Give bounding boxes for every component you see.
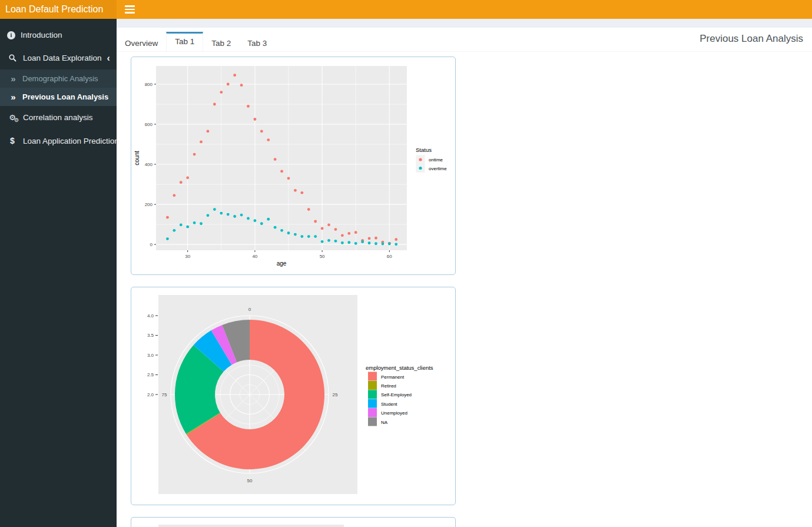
svg-text:Permanent: Permanent	[381, 374, 405, 380]
svg-text:800: 800	[145, 82, 153, 87]
content-area: OverviewTab 1Tab 2Tab 3 Previous Loan An…	[117, 19, 812, 527]
svg-text:3.5: 3.5	[147, 333, 154, 338]
third-plot-panel	[158, 525, 344, 527]
sidebar-item-label: Demographic Analysis	[22, 74, 98, 83]
header: Loan Default Prediction	[0, 0, 812, 19]
svg-text:Unemployed: Unemployed	[381, 410, 407, 416]
sidebar-item-introduction[interactable]: iIntroduction	[0, 24, 117, 47]
svg-text:4.0: 4.0	[147, 313, 154, 319]
svg-text:ontime: ontime	[429, 157, 443, 163]
sidebar-item-loan-data-exploration[interactable]: Loan Data Exploration‹	[0, 47, 117, 69]
app-logo[interactable]: Loan Default Prediction	[0, 0, 117, 19]
svg-text:0: 0	[248, 307, 251, 312]
sidebar-item-label: Previous Loan Analysis	[22, 92, 108, 101]
scatter-plot: 304050600200400600800agecountStatusontim…	[131, 57, 455, 274]
svg-text:2.5: 2.5	[147, 372, 154, 377]
svg-text:age: age	[277, 260, 287, 267]
svg-text:2.0: 2.0	[147, 392, 154, 397]
sidebar-item-correlation-analysis[interactable]: ⚙⚙Correlation analysis	[0, 106, 117, 129]
navbar	[117, 0, 812, 19]
tab-tab-3[interactable]: Tab 3	[239, 32, 275, 51]
tab-tab-1[interactable]: Tab 1	[166, 32, 203, 51]
svg-text:75: 75	[162, 392, 167, 397]
svg-text:employment_status_clients: employment_status_clients	[366, 364, 433, 371]
tab-tab-2[interactable]: Tab 2	[203, 32, 239, 51]
sidebar-item-label: Loan Data Exploration	[23, 54, 102, 62]
third-chart-box	[131, 517, 456, 527]
hamburger-icon	[125, 5, 135, 7]
gears-icon: ⚙⚙	[7, 115, 18, 121]
svg-text:Retired: Retired	[381, 383, 396, 389]
donut-plot: 2.02.53.03.54.00255075employment_status_…	[131, 287, 455, 505]
svg-text:400: 400	[145, 162, 153, 167]
angles-right-icon: »	[9, 74, 18, 84]
chevron-left-icon: ‹	[107, 55, 110, 61]
sidebar: iIntroductionLoan Data Exploration‹»Demo…	[0, 19, 117, 527]
sidebar-menu: iIntroductionLoan Data Exploration‹»Demo…	[0, 24, 117, 153]
svg-text:3.0: 3.0	[147, 353, 154, 358]
svg-text:200: 200	[145, 202, 153, 207]
sidebar-item-label: Loan Application Prediction	[23, 137, 119, 145]
tab-overview[interactable]: Overview	[117, 32, 166, 51]
dollar-icon: $	[7, 136, 18, 145]
svg-text:25: 25	[333, 392, 338, 397]
scatter-chart-box: 304050600200400600800agecountStatusontim…	[131, 57, 456, 275]
svg-text:30: 30	[185, 254, 190, 259]
svg-text:Self-Employed: Self-Employed	[381, 392, 412, 397]
sidebar-item-previous-loan-analysis[interactable]: »Previous Loan Analysis	[0, 88, 117, 106]
svg-text:Student: Student	[381, 402, 397, 407]
sidebar-item-loan-application-prediction[interactable]: $Loan Application Prediction	[0, 129, 117, 153]
svg-text:count: count	[134, 151, 140, 165]
sidebar-item-label: Introduction	[21, 31, 62, 39]
search-icon	[7, 54, 18, 62]
svg-text:40: 40	[252, 254, 257, 259]
donut-chart-box: 2.02.53.03.54.00255075employment_status_…	[131, 287, 456, 505]
svg-text:60: 60	[387, 254, 392, 259]
svg-text:50: 50	[320, 254, 325, 259]
tab-panel: OverviewTab 1Tab 2Tab 3 Previous Loan An…	[117, 28, 812, 527]
svg-text:Status: Status	[416, 147, 432, 153]
sidebar-item-label: Correlation analysis	[23, 113, 93, 122]
svg-text:overtime: overtime	[429, 166, 447, 171]
info-icon: i	[7, 31, 15, 39]
svg-text:50: 50	[247, 478, 253, 483]
page-title: Previous Loan Analysis	[700, 33, 803, 45]
sidebar-submenu: »Demographic Analysis»Previous Loan Anal…	[0, 69, 117, 106]
svg-text:NA: NA	[381, 420, 388, 425]
sidebar-item-demographic-analysis[interactable]: »Demographic Analysis	[0, 69, 117, 88]
angles-right-icon: »	[9, 92, 18, 102]
svg-text:0: 0	[150, 242, 153, 247]
svg-text:600: 600	[145, 122, 153, 127]
sidebar-toggle-button[interactable]	[124, 0, 145, 19]
